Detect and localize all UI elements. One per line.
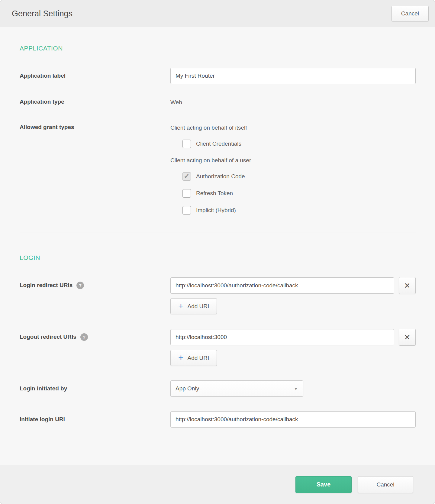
close-icon: ✕: [404, 281, 411, 290]
allowed-grant-types-label: Allowed grant types: [20, 124, 170, 131]
login-initiated-by-value: App Only: [176, 385, 199, 392]
login-initiated-by-select[interactable]: App Only ▼: [170, 380, 303, 397]
refresh-token-checkbox[interactable]: ✓: [182, 189, 191, 198]
chevron-down-icon: ▼: [294, 386, 298, 391]
authorization-code-check-row: ✓ Authorization Code: [182, 172, 416, 181]
authorization-code-label: Authorization Code: [196, 173, 245, 180]
check-icon: ✓: [184, 173, 189, 180]
application-label-label: Application label: [20, 68, 170, 84]
login-redirect-label: Login redirect URIs ?: [20, 277, 170, 293]
client-credentials-label: Client Credentials: [196, 141, 241, 147]
logout-redirect-row: Logout redirect URIs ? ✕ + Add URI: [20, 329, 416, 366]
application-type-label: Application type: [20, 99, 170, 105]
application-label-input[interactable]: [170, 68, 416, 84]
general-settings-panel: General Settings Cancel APPLICATION Appl…: [0, 0, 435, 504]
authorization-code-checkbox: ✓: [182, 172, 191, 181]
login-initiated-by-row: Login initiated by App Only ▼: [20, 380, 416, 397]
add-uri-label: Add URI: [188, 355, 209, 361]
initiate-login-uri-row: Initiate login URI: [20, 411, 416, 428]
add-login-redirect-uri-button[interactable]: + Add URI: [170, 298, 217, 314]
application-label-row: Application label: [20, 68, 416, 84]
footer-cancel-button[interactable]: Cancel: [358, 476, 413, 493]
panel-header: General Settings Cancel: [0, 0, 435, 27]
plus-icon: +: [178, 353, 184, 362]
refresh-token-label: Refresh Token: [196, 190, 233, 197]
remove-logout-redirect-uri-button[interactable]: ✕: [399, 329, 416, 346]
initiate-login-uri-input[interactable]: [170, 411, 416, 428]
login-initiated-by-label: Login initiated by: [20, 380, 170, 397]
save-button[interactable]: Save: [295, 476, 352, 493]
implicit-hybrid-label: Implicit (Hybrid): [196, 207, 236, 214]
close-icon: ✕: [404, 333, 411, 342]
panel-body: APPLICATION Application label Applicatio…: [0, 27, 435, 465]
grant-group-user-caption: Client acting on behalf of a user: [170, 157, 416, 164]
header-cancel-button[interactable]: Cancel: [392, 6, 429, 21]
page-title: General Settings: [12, 9, 72, 18]
grant-group-self-caption: Client acting on behalf of itself: [170, 124, 416, 132]
implicit-hybrid-checkbox[interactable]: ✓: [182, 206, 191, 215]
section-divider: [20, 232, 416, 232]
implicit-hybrid-check-row: ✓ Implicit (Hybrid): [182, 206, 416, 215]
client-credentials-checkbox[interactable]: ✓: [182, 140, 191, 148]
panel-footer: Save Cancel: [0, 465, 435, 504]
logout-redirect-label: Logout redirect URIs ?: [20, 329, 170, 345]
add-uri-label: Add URI: [188, 303, 209, 310]
plus-icon: +: [178, 302, 184, 311]
help-icon[interactable]: ?: [76, 282, 84, 289]
login-section-heading: LOGIN: [20, 254, 416, 261]
client-credentials-check-row: ✓ Client Credentials: [182, 140, 416, 148]
application-section-heading: APPLICATION: [20, 45, 416, 52]
allowed-grant-types-row: Allowed grant types Client acting on beh…: [20, 124, 416, 215]
login-redirect-uri-input[interactable]: [170, 277, 394, 294]
application-type-value: Web: [170, 99, 182, 105]
initiate-login-uri-label: Initiate login URI: [20, 411, 170, 428]
help-icon[interactable]: ?: [80, 333, 88, 341]
refresh-token-check-row: ✓ Refresh Token: [182, 189, 416, 198]
application-type-row: Application type Web: [20, 99, 416, 106]
remove-login-redirect-uri-button[interactable]: ✕: [399, 277, 416, 294]
add-logout-redirect-uri-button[interactable]: + Add URI: [170, 350, 217, 366]
logout-redirect-uri-input[interactable]: [170, 329, 394, 345]
login-redirect-row: Login redirect URIs ? ✕ + Add URI: [20, 277, 416, 314]
